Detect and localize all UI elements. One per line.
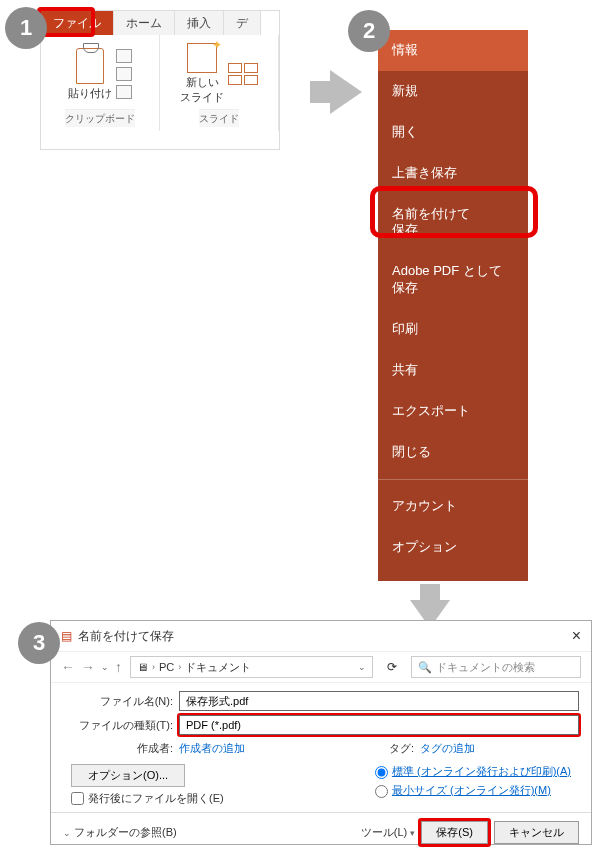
file-icon: ▤ [61, 629, 72, 643]
ribbon-snippet: ファイル ホーム 挿入 デ 貼り付け クリップボード [40, 10, 280, 150]
group-clipboard: 貼り付け クリップボード [41, 35, 160, 131]
ribbon-body: 貼り付け クリップボード 新しい スライド スライド [41, 35, 279, 131]
dialog-title: 名前を付けて保存 [78, 628, 174, 645]
open-after-label: 発行後にファイルを開く(E) [88, 791, 224, 806]
tools-label: ツール(L) [361, 826, 407, 838]
filename-label: ファイル名(N): [63, 694, 173, 709]
search-placeholder: ドキュメントの検索 [436, 660, 535, 675]
nav-back-icon[interactable]: ← [61, 659, 75, 675]
author-add-link[interactable]: 作成者の追加 [179, 741, 338, 756]
radio-minimum-label: 最小サイズ (オンライン発行)(M) [392, 783, 551, 798]
paste-icon[interactable] [76, 48, 104, 84]
backstage-item-account[interactable]: アカウント [378, 486, 528, 527]
browse-folders-label: フォルダーの参照(B) [74, 826, 177, 838]
save-as-dialog: ▤ 名前を付けて保存 × ← → ⌄ ↑ 🖥 › PC › ドキュメント ⌄ ⟳… [50, 620, 592, 845]
browse-folders-toggle[interactable]: ⌄ フォルダーの参照(B) [63, 825, 177, 840]
backstage-item-print[interactable]: 印刷 [378, 309, 528, 350]
tools-chevron-icon: ▾ [410, 828, 415, 838]
backstage-item-share[interactable]: 共有 [378, 350, 528, 391]
close-icon[interactable]: × [572, 627, 581, 645]
author-label: 作成者: [63, 741, 173, 756]
new-slide-label: 新しい スライド [180, 75, 224, 105]
chevron-down-icon: ⌄ [63, 828, 71, 838]
backstage-item-options[interactable]: オプション [378, 527, 528, 568]
radio-standard[interactable]: 標準 (オンライン発行および印刷)(A) [375, 764, 571, 779]
path-input[interactable]: 🖥 › PC › ドキュメント ⌄ [130, 656, 373, 678]
group-slides: 新しい スライド スライド [160, 35, 279, 131]
radio-standard-input[interactable] [375, 766, 388, 779]
paste-label: 貼り付け [68, 86, 112, 101]
backstage-item-info[interactable]: 情報 [378, 30, 528, 71]
backstage-item-adobepdf[interactable]: Adobe PDF として 保存 [378, 251, 528, 309]
path-pc[interactable]: PC [159, 661, 174, 673]
step-badge-3: 3 [18, 622, 60, 664]
group-caption-slides: スライド [199, 109, 239, 127]
highlight-box-step2 [370, 186, 538, 238]
radio-minimum[interactable]: 最小サイズ (オンライン発行)(M) [375, 783, 571, 798]
dialog-address-bar: ← → ⌄ ↑ 🖥 › PC › ドキュメント ⌄ ⟳ 🔍 ドキュメントの検索 [51, 651, 591, 683]
tools-dropdown[interactable]: ツール(L) ▾ [361, 825, 416, 840]
tab-home[interactable]: ホーム [114, 11, 175, 35]
search-input[interactable]: 🔍 ドキュメントの検索 [411, 656, 581, 678]
backstage-item-close[interactable]: 閉じる [378, 432, 528, 473]
slide-layout-icons[interactable] [228, 63, 258, 85]
nav-up-icon[interactable]: ↑ [115, 659, 122, 675]
radio-minimum-input[interactable] [375, 785, 388, 798]
path-dropdown-icon[interactable]: ⌄ [358, 662, 366, 672]
refresh-icon[interactable]: ⟳ [381, 656, 403, 678]
arrow-right-icon [330, 70, 362, 114]
cut-icon[interactable] [116, 49, 132, 63]
path-documents[interactable]: ドキュメント [185, 660, 251, 675]
backstage-item-open[interactable]: 開く [378, 112, 528, 153]
radio-standard-label: 標準 (オンライン発行および印刷)(A) [392, 764, 571, 779]
pc-icon: 🖥 [137, 661, 148, 673]
filetype-label: ファイルの種類(T): [63, 718, 173, 733]
ribbon-tabs: ファイル ホーム 挿入 デ [41, 11, 279, 35]
tab-file[interactable]: ファイル [41, 11, 114, 35]
search-icon: 🔍 [418, 661, 432, 674]
save-button-label: 保存(S) [436, 826, 473, 838]
open-after-checkbox[interactable] [71, 792, 84, 805]
save-button[interactable]: 保存(S) [421, 821, 488, 844]
backstage-separator [378, 479, 528, 480]
filetype-dropdown[interactable] [179, 715, 579, 735]
backstage-item-export[interactable]: エクスポート [378, 391, 528, 432]
tab-insert[interactable]: 挿入 [175, 11, 224, 35]
backstage-menu: 情報 新規 開く 上書き保存 名前を付けて 保存 Adobe PDF として 保… [378, 30, 528, 581]
filename-input[interactable] [179, 691, 579, 711]
tag-label: タグ: [344, 741, 414, 756]
tab-design-cut[interactable]: デ [224, 11, 261, 35]
step-badge-1: 1 [5, 7, 47, 49]
tag-add-link[interactable]: タグの追加 [420, 741, 579, 756]
copy-icon[interactable] [116, 67, 132, 81]
cancel-button[interactable]: キャンセル [494, 821, 579, 844]
group-caption-clipboard: クリップボード [65, 109, 135, 127]
new-slide-icon[interactable] [187, 43, 217, 73]
step-badge-2: 2 [348, 10, 390, 52]
backstage-item-new[interactable]: 新規 [378, 71, 528, 112]
format-painter-icon[interactable] [116, 85, 132, 99]
dialog-titlebar: ▤ 名前を付けて保存 × [51, 621, 591, 651]
options-button[interactable]: オプション(O)... [71, 764, 185, 787]
nav-history-dropdown[interactable]: ⌄ [101, 662, 109, 672]
clipboard-small-buttons[interactable] [116, 49, 132, 99]
nav-forward-icon[interactable]: → [81, 659, 95, 675]
